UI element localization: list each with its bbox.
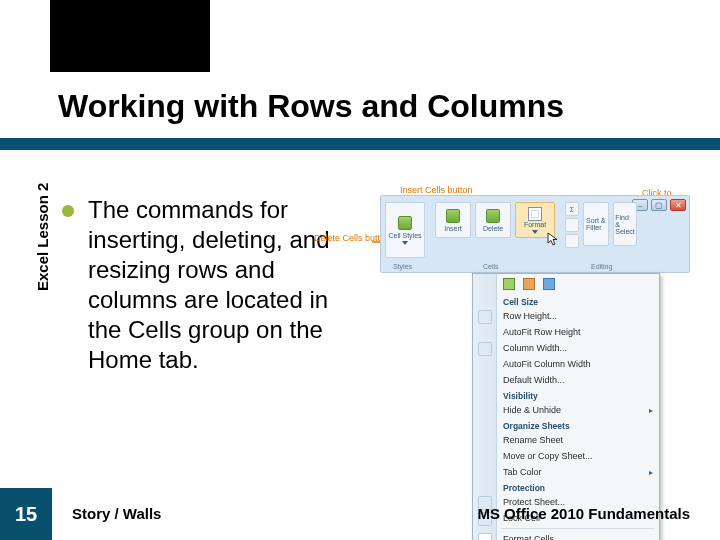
slide-number: 15	[0, 488, 52, 540]
footer-right: MS Office 2010 Fundamentals	[477, 505, 690, 522]
ribbon-screenshot: Insert Cells button Delete Cells button …	[380, 195, 690, 273]
menu-item-label: Default Width...	[503, 375, 565, 385]
menu-item-label: Tab Color	[503, 467, 542, 477]
button-label: Delete	[483, 225, 503, 232]
column-width-icon	[478, 342, 492, 356]
menu-item-rename-sheet[interactable]: Rename Sheet	[473, 432, 659, 448]
menu-item-label: AutoFit Column Width	[503, 359, 591, 369]
menu-item-label: Hide & Unhide	[503, 405, 561, 415]
ribbon-group-label-editing: Editing	[591, 263, 612, 270]
menu-item-autofit-row[interactable]: AutoFit Row Height	[473, 324, 659, 340]
bullet-icon	[62, 205, 74, 217]
footer-left: Story / Walls	[72, 505, 161, 522]
menu-item-label: Column Width...	[503, 343, 567, 353]
window-restore-button[interactable]: ▢	[651, 199, 667, 211]
clear-button[interactable]	[565, 234, 579, 248]
color-swatch-icon	[503, 278, 515, 290]
menu-section-cell-size: Cell Size	[473, 294, 659, 308]
slide-header: Working with Rows and Columns	[0, 0, 720, 155]
menu-item-tab-color[interactable]: Tab Color	[473, 464, 659, 480]
insert-cells-button[interactable]: Insert	[435, 202, 471, 238]
button-label: Format	[524, 221, 546, 228]
button-label: Cell Styles	[388, 232, 421, 239]
row-height-icon	[478, 310, 492, 324]
button-label: Insert	[444, 225, 462, 232]
insert-icon	[446, 209, 460, 223]
menu-item-column-width[interactable]: Column Width...	[473, 340, 659, 356]
menu-item-move-copy-sheet[interactable]: Move or Copy Sheet...	[473, 448, 659, 464]
menu-item-row-height[interactable]: Row Height...	[473, 308, 659, 324]
ribbon-panel: – ▢ ✕ Cell Styles Insert Delete	[380, 195, 690, 273]
bullet-item: The commands for inserting, deleting, an…	[62, 195, 352, 375]
window-chrome: – ▢ ✕	[632, 199, 686, 211]
ribbon-group-label-styles: Styles	[393, 263, 412, 270]
menu-item-label: Rename Sheet	[503, 435, 563, 445]
menu-section-organize: Organize Sheets	[473, 418, 659, 432]
delete-icon	[486, 209, 500, 223]
chevron-down-icon	[402, 241, 408, 245]
button-label: Find & Select	[615, 214, 634, 235]
slide-footer: 15 Story / Walls MS Office 2010 Fundamen…	[0, 485, 720, 540]
button-label: Sort & Filter	[586, 217, 606, 231]
sidebar-vertical-label: Excel Lesson 2	[34, 183, 51, 291]
mouse-cursor-icon	[547, 232, 558, 247]
chevron-down-icon	[532, 230, 538, 234]
ribbon-group-label-cells: Cells	[483, 263, 499, 270]
styles-icon	[398, 216, 412, 230]
menu-section-visibility: Visibility	[473, 388, 659, 402]
header-accent-block	[50, 0, 210, 72]
menu-item-label: Row Height...	[503, 311, 557, 321]
color-swatch-icon	[543, 278, 555, 290]
window-close-button[interactable]: ✕	[670, 199, 686, 211]
menu-item-hide-unhide[interactable]: Hide & Unhide	[473, 402, 659, 418]
header-divider	[0, 138, 720, 150]
sigma-icon: Σ	[570, 206, 574, 213]
menu-item-autofit-column[interactable]: AutoFit Column Width	[473, 356, 659, 372]
cell-styles-button[interactable]: Cell Styles	[385, 202, 425, 258]
menu-item-label: Move or Copy Sheet...	[503, 451, 593, 461]
fill-button[interactable]	[565, 218, 579, 232]
menu-swatch-row	[473, 274, 659, 294]
sort-filter-button[interactable]: Sort & Filter	[583, 202, 609, 246]
autosum-button[interactable]: Σ	[565, 202, 579, 216]
delete-cells-button[interactable]: Delete	[475, 202, 511, 238]
menu-item-default-width[interactable]: Default Width...	[473, 372, 659, 388]
slide-title: Working with Rows and Columns	[58, 88, 564, 125]
menu-item-label: AutoFit Row Height	[503, 327, 581, 337]
callout-insert-cells: Insert Cells button	[400, 185, 473, 195]
format-icon	[528, 207, 542, 221]
find-select-button[interactable]: Find & Select	[613, 202, 637, 246]
slide: Working with Rows and Columns Excel Less…	[0, 0, 720, 540]
slide-body: Excel Lesson 2 The commands for insertin…	[0, 175, 720, 485]
bullet-text: The commands for inserting, deleting, an…	[88, 195, 352, 375]
color-swatch-icon	[523, 278, 535, 290]
